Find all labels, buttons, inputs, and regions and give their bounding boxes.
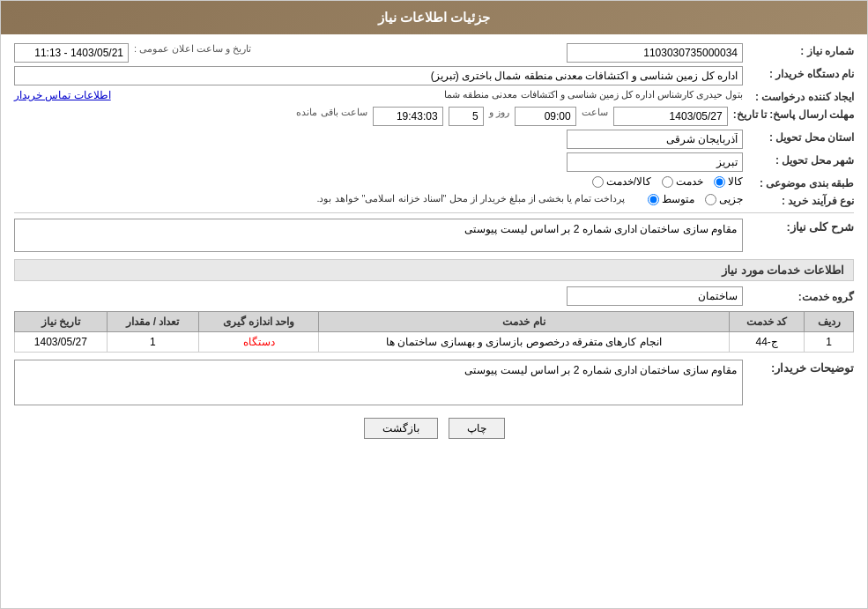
response-date-input[interactable] — [613, 107, 728, 126]
response-day-label: روز و — [489, 107, 509, 118]
separator-1 — [14, 212, 854, 213]
purchase-motavasset[interactable]: متوسط — [648, 193, 694, 205]
page-wrapper: جزئیات اطلاعات نیاز شماره نیاز : تاریخ و… — [0, 0, 868, 609]
service-group-label: گروه خدمت: — [748, 289, 854, 303]
services-title: اطلاعات خدمات مورد نیاز — [14, 259, 854, 281]
creator-label: ایجاد کننده درخواست : — [748, 89, 854, 103]
purchase-radio-group: جزیی متوسط — [648, 193, 743, 205]
purchase-jozi[interactable]: جزیی — [705, 193, 743, 205]
buyer-org-label: نام دستگاه خریدار : — [748, 66, 854, 80]
kala-label: کالا — [728, 175, 743, 188]
cell-row: 1 — [805, 332, 854, 353]
response-row: مهلت ارسال پاسخ: تا تاریخ: ساعت روز و سا… — [14, 107, 854, 126]
need-desc-textarea[interactable]: مقاوم سازی ساختمان اداری شماره 2 بر اساس… — [14, 219, 743, 252]
purchase-notice: پرداخت تمام یا بخشی از مبلغ خریدار از مح… — [316, 193, 625, 204]
category-label: طبقه بندی موضوعی : — [748, 175, 854, 189]
cell-code: ج-44 — [730, 332, 805, 353]
col-name: نام خدمت — [318, 312, 729, 332]
main-content: شماره نیاز : تاریخ و ساعت اعلان عمومی : … — [1, 34, 867, 457]
buyer-org-row: نام دستگاه خریدار : — [14, 66, 854, 85]
need-desc-label: شرح کلی نیاز: — [748, 219, 854, 234]
motavasset-label: متوسط — [662, 193, 694, 205]
response-label: مهلت ارسال پاسخ: تا تاریخ: — [733, 107, 854, 121]
table-row: 1 ج-44 انجام کارهای متفرقه درخصوص بازساز… — [15, 332, 854, 353]
page-header: جزئیات اطلاعات نیاز — [1, 1, 867, 34]
services-table: ردیف کد خدمت نام خدمت واحد اندازه گیری ت… — [14, 311, 854, 353]
cell-unit: دستگاه — [199, 332, 319, 353]
need-number-label: شماره نیاز : — [748, 43, 854, 57]
service-group-row: گروه خدمت: — [14, 286, 854, 306]
date-input[interactable] — [14, 43, 129, 63]
back-button[interactable]: بازگشت — [364, 418, 438, 439]
category-kala-service[interactable]: کالا/خدمت — [592, 175, 651, 188]
jozi-label: جزیی — [719, 193, 743, 205]
province-label: استان محل تحویل : — [748, 130, 854, 144]
response-days-input[interactable] — [449, 107, 484, 126]
city-label: شهر محل تحویل : — [748, 152, 854, 167]
col-row: ردیف — [805, 312, 854, 332]
cell-qty: 1 — [107, 332, 199, 353]
need-number-input[interactable] — [567, 43, 743, 63]
purchase-type-row: نوع فرآیند خرید : جزیی متوسط پرداخت تمام… — [14, 193, 854, 207]
remaining-time-input[interactable] — [373, 107, 443, 126]
col-code: کد خدمت — [730, 312, 805, 332]
service-group-input[interactable] — [567, 286, 743, 306]
cell-date: 1403/05/27 — [15, 332, 108, 353]
service-label: خدمت — [676, 175, 703, 188]
creator-name: بتول حیدری کارشناس اداره کل زمین شناسی و… — [116, 89, 743, 100]
col-date: تاریخ نیاز — [15, 312, 108, 332]
cell-name: انجام کارهای متفرقه درخصوص بازسازی و بهس… — [318, 332, 729, 353]
category-service[interactable]: خدمت — [662, 175, 703, 188]
category-row: طبقه بندی موضوعی : کالا خدمت کالا/خدمت — [14, 175, 854, 189]
col-qty: تعداد / مقدار — [107, 312, 199, 332]
need-number-row: شماره نیاز : تاریخ و ساعت اعلان عمومی : — [14, 43, 854, 63]
table-header-row: ردیف کد خدمت نام خدمت واحد اندازه گیری ت… — [15, 312, 854, 332]
buyer-org-input[interactable] — [14, 66, 743, 85]
contact-link[interactable]: اطلاعات تماس خریدار — [14, 89, 111, 101]
province-input[interactable] — [567, 130, 743, 149]
buyer-desc-textarea[interactable]: مقاوم سازی ساختمان اداری شماره 2 بر اساس… — [14, 360, 743, 405]
city-input[interactable] — [567, 152, 743, 172]
buyer-desc-row: توضیحات خریدار: مقاوم سازی ساختمان اداری… — [14, 360, 854, 405]
response-time-input[interactable] — [515, 107, 576, 126]
col-unit: واحد اندازه گیری — [199, 312, 319, 332]
date-label: تاریخ و ساعت اعلان عمومی : — [134, 43, 251, 55]
city-row: شهر محل تحویل : — [14, 152, 854, 172]
need-desc-row: شرح کلی نیاز: مقاوم سازی ساختمان اداری ش… — [14, 219, 854, 252]
response-time-label: ساعت — [582, 107, 608, 118]
purchase-type-label: نوع فرآیند خرید : — [748, 193, 854, 207]
category-radio-group: کالا خدمت کالا/خدمت — [592, 175, 743, 188]
category-kala[interactable]: کالا — [714, 175, 743, 188]
creator-row: ایجاد کننده درخواست : بتول حیدری کارشناس… — [14, 89, 854, 103]
remaining-label: ساعت باقی مانده — [296, 107, 367, 118]
kala-service-label: کالا/خدمت — [606, 175, 651, 188]
province-row: استان محل تحویل : — [14, 130, 854, 149]
buyer-desc-label: توضیحات خریدار: — [748, 360, 854, 375]
print-button[interactable]: چاپ — [449, 418, 505, 439]
buttons-row: چاپ بازگشت — [14, 418, 854, 439]
header-title: جزئیات اطلاعات نیاز — [378, 10, 490, 25]
